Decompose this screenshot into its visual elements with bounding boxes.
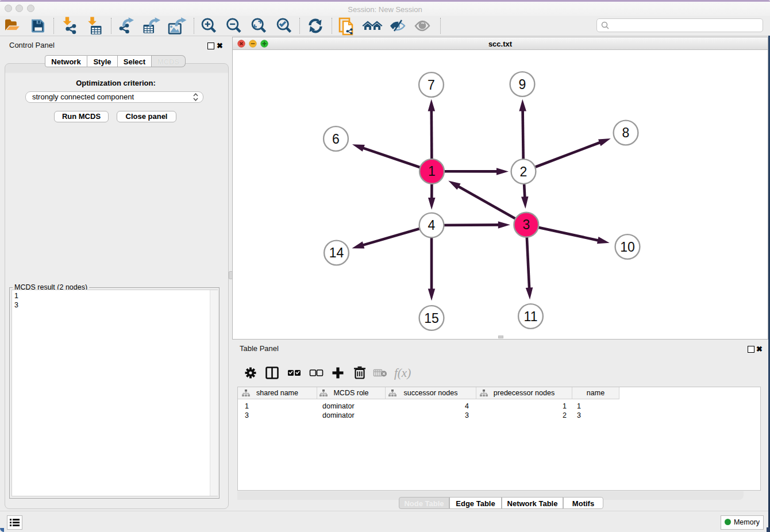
svg-text:9: 9 — [519, 77, 526, 92]
svg-text:14: 14 — [329, 245, 344, 260]
svg-text:1: 1 — [428, 164, 436, 179]
svg-text:11: 11 — [524, 309, 538, 324]
svg-text:8: 8 — [622, 125, 630, 140]
svg-text:7: 7 — [428, 78, 435, 92]
svg-text:3: 3 — [522, 217, 530, 232]
svg-text:f(x): f(x) — [394, 366, 411, 380]
svg-text:10: 10 — [620, 240, 635, 255]
svg-text:6: 6 — [332, 132, 340, 147]
svg-text:15: 15 — [424, 311, 439, 326]
svg-text:4: 4 — [428, 218, 436, 233]
svg-text:2: 2 — [520, 164, 528, 179]
